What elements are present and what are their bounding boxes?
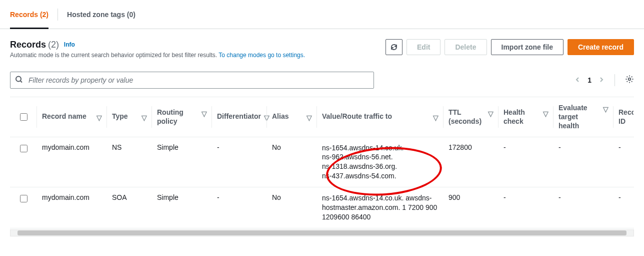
cell-record-id: - [614, 187, 634, 228]
create-record-button[interactable]: Create record [568, 39, 634, 55]
delete-button: Delete [444, 39, 486, 55]
col-ttl[interactable]: TTL (seconds)▽ [444, 97, 498, 137]
svg-point-1 [628, 78, 631, 81]
settings-button[interactable] [625, 75, 634, 85]
desc-link[interactable]: To change modes go to settings. [218, 52, 305, 59]
gear-icon [625, 75, 634, 84]
sort-icon: ▽ [306, 114, 312, 122]
col-routing-policy[interactable]: Routing policy▽ [152, 97, 212, 137]
sort-icon: ▽ [142, 114, 147, 122]
cell-evaluate-target-health: - [554, 137, 614, 187]
tab-hzt-label: Hosted zone tags (0) [67, 11, 136, 19]
panel-header: Records (2) Info Automatic mode is the c… [10, 39, 634, 60]
col-type[interactable]: Type▽ [107, 97, 152, 137]
delete-button-label: Delete [455, 43, 476, 51]
records-table: Record name▽ Type▽ Routing policy▽ Diffe… [10, 97, 634, 228]
pager-next[interactable] [598, 76, 604, 84]
filter-row: 1 [10, 72, 634, 89]
col-differentiator[interactable]: Differentiator▽ [212, 97, 267, 137]
desc-text: Automatic mode is the current search beh… [10, 52, 218, 59]
scrollbar-thumb[interactable] [18, 230, 626, 235]
cell-record-name: mydomain.com [37, 187, 107, 228]
cell-ttl: 900 [444, 187, 498, 228]
records-panel: Records (2) Info Automatic mode is the c… [0, 29, 644, 236]
tabs-bar: Records (2) Hosted zone tags (0) [0, 0, 644, 29]
search-wrap [10, 72, 374, 89]
active-tab-underline [10, 28, 48, 29]
tab-records[interactable]: Records (2) [10, 11, 48, 19]
tab-records-label: Records (2) [10, 11, 48, 19]
cell-ttl: 172800 [444, 137, 498, 187]
table-header-row: Record name▽ Type▽ Routing policy▽ Diffe… [10, 97, 634, 137]
pager: 1 [574, 74, 634, 86]
refresh-button[interactable] [386, 39, 402, 55]
table-row[interactable]: mydomain.comSOASimple-Nons-1654.awsdns-1… [10, 187, 634, 228]
sort-icon: ▽ [543, 110, 548, 118]
tab-hosted-zone-tags[interactable]: Hosted zone tags (0) [67, 11, 136, 19]
horizontal-scrollbar[interactable] [10, 229, 634, 236]
import-zone-button[interactable]: Import zone file [491, 39, 564, 55]
records-table-wrap: Record name▽ Type▽ Routing policy▽ Diffe… [10, 97, 634, 228]
chevron-right-icon [598, 77, 604, 83]
page-subtitle: Automatic mode is the current search beh… [10, 52, 305, 60]
title-wrap: Records (2) Info Automatic mode is the c… [10, 39, 305, 60]
col-select-all [10, 97, 37, 137]
pager-prev[interactable] [574, 76, 580, 84]
select-all-checkbox[interactable] [20, 113, 28, 121]
cell-differentiator: - [212, 137, 267, 187]
sort-icon: ▽ [96, 114, 102, 122]
table-row[interactable]: mydomain.comNSSimple-Nons-1654.awsdns-14… [10, 137, 634, 187]
sort-icon: ▽ [202, 110, 207, 118]
cell-health-check: - [498, 137, 554, 187]
row-checkbox[interactable] [20, 195, 28, 202]
sort-icon: ▽ [603, 105, 608, 113]
svg-point-0 [16, 76, 21, 81]
edit-button-label: Edit [417, 43, 430, 51]
cell-evaluate-target-health: - [554, 187, 614, 228]
col-record-id[interactable]: Record ID [614, 97, 634, 137]
tab-divider [58, 9, 58, 21]
col-value-route[interactable]: Value/Route traffic to▽ [317, 97, 444, 137]
cell-type: SOA [107, 187, 152, 228]
action-buttons: Edit Delete Import zone file Create reco… [386, 39, 634, 55]
cell-value-route: ns-1654.awsdns-14.co.uk. awsdns-hostmast… [317, 187, 444, 228]
import-button-label: Import zone file [502, 43, 553, 51]
col-record-name[interactable]: Record name▽ [37, 97, 107, 137]
row-checkbox[interactable] [20, 145, 28, 152]
cell-type: NS [107, 137, 152, 187]
info-link[interactable]: Info [64, 41, 75, 48]
cell-routing-policy: Simple [152, 187, 212, 228]
page-title: Records [10, 40, 46, 50]
chevron-left-icon [574, 77, 580, 83]
col-evaluate-target-health[interactable]: Evaluate target health▽ [554, 97, 614, 137]
cell-alias: No [267, 187, 317, 228]
sort-icon: ▽ [433, 114, 438, 122]
create-button-label: Create record [578, 43, 624, 51]
edit-button: Edit [406, 39, 440, 55]
pager-page: 1 [588, 76, 592, 84]
refresh-icon [390, 43, 398, 51]
cell-routing-policy: Simple [152, 137, 212, 187]
sort-icon: ▽ [488, 110, 494, 118]
search-input[interactable] [10, 72, 374, 89]
cell-record-id: - [614, 137, 634, 187]
cell-alias: No [267, 137, 317, 187]
search-icon [15, 75, 23, 85]
cell-health-check: - [498, 187, 554, 228]
cell-value-route: ns-1654.awsdns-14.co.uk. ns-962.awsdns-5… [317, 137, 444, 187]
cell-differentiator: - [212, 187, 267, 228]
col-alias[interactable]: Alias▽ [267, 97, 317, 137]
col-health-check[interactable]: Health check▽ [498, 97, 554, 137]
page-title-count: (2) [48, 40, 59, 50]
gear-divider [614, 74, 615, 86]
cell-record-name: mydomain.com [37, 137, 107, 187]
